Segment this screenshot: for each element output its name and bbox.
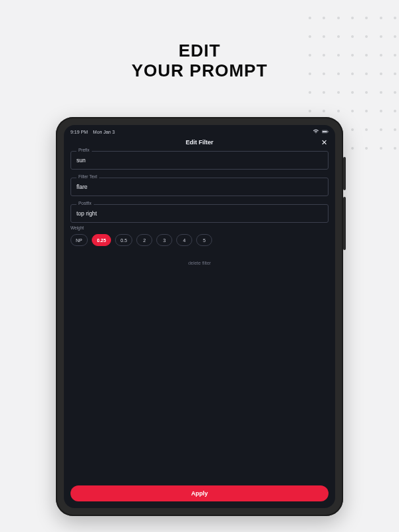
- prefix-label: Prefix: [76, 148, 92, 152]
- filter-text-input[interactable]: [76, 184, 323, 190]
- delete-filter-button[interactable]: delete filter: [188, 261, 211, 265]
- postfix-input[interactable]: [76, 210, 323, 217]
- weight-chip-2[interactable]: 2: [136, 234, 152, 246]
- headline-line-1: EDIT: [0, 41, 399, 61]
- statusbar-right: [313, 129, 329, 135]
- filter-form: Prefix Filter Text Postfix: [64, 151, 335, 223]
- app-screen: 9:19 PM Mon Jan 3 Edit Filter ✕ Prefix: [64, 125, 335, 508]
- title-bar: Edit Filter ✕: [64, 136, 335, 151]
- filter-text-label: Filter Text: [76, 174, 99, 179]
- screen-title: Edit Filter: [64, 139, 335, 146]
- weight-chip-4[interactable]: 4: [176, 234, 192, 246]
- weight-chip-3[interactable]: 3: [156, 234, 172, 246]
- postfix-label: Postfix: [76, 201, 94, 205]
- delete-row: delete filter: [64, 255, 335, 267]
- weight-chip-0.5[interactable]: 0.5: [115, 234, 132, 246]
- weight-section: Weight NP0.250.52345: [64, 223, 335, 246]
- apply-wrap: Apply: [64, 479, 335, 508]
- weight-chip-5[interactable]: 5: [196, 234, 212, 246]
- prefix-field[interactable]: Prefix: [70, 151, 329, 170]
- svg-rect-2: [323, 131, 327, 132]
- headline-line-2: YOUR PROMPT: [0, 61, 399, 81]
- statusbar-time: 9:19 PM: [70, 130, 88, 134]
- weight-label: Weight: [70, 225, 329, 230]
- filter-text-field[interactable]: Filter Text: [70, 178, 329, 196]
- status-bar: 9:19 PM Mon Jan 3: [64, 125, 335, 136]
- weight-chip-NP[interactable]: NP: [70, 234, 88, 246]
- postfix-field[interactable]: Postfix: [70, 204, 329, 223]
- weight-chip-row: NP0.250.52345: [70, 234, 329, 246]
- tablet-device-frame: 9:19 PM Mon Jan 3 Edit Filter ✕ Prefix: [56, 117, 343, 516]
- close-icon[interactable]: ✕: [319, 138, 329, 147]
- svg-rect-1: [328, 131, 329, 132]
- statusbar-date: Mon Jan 3: [93, 130, 115, 134]
- battery-icon: [322, 129, 329, 135]
- wifi-icon: [313, 129, 319, 135]
- statusbar-left: 9:19 PM Mon Jan 3: [70, 130, 115, 134]
- weight-chip-0.25[interactable]: 0.25: [92, 234, 112, 246]
- marketing-headline: EDIT YOUR PROMPT: [0, 41, 399, 81]
- apply-button[interactable]: Apply: [70, 485, 329, 501]
- prefix-input[interactable]: [76, 157, 323, 164]
